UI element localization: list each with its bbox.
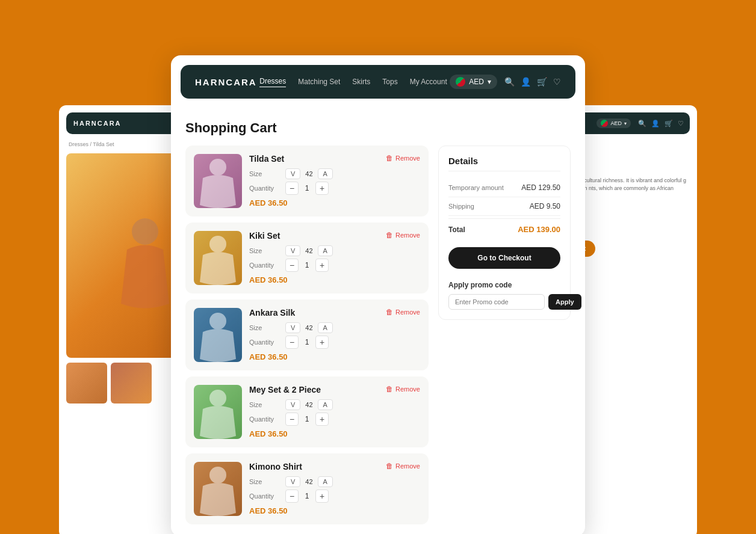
item-details-5: Kimono Shirt 🗑 Remove Size V 42 A Quanti… (249, 462, 420, 515)
size-a-btn-5[interactable]: A (318, 476, 333, 487)
item-name-5: Kimono Shirt (249, 462, 302, 471)
qty-control-5: − 1 + (285, 489, 329, 503)
item-price-4: AED 36.50 (249, 429, 420, 438)
remove-button-2[interactable]: 🗑 Remove (386, 231, 420, 239)
total-row: Total AED 139.00 (448, 218, 560, 240)
qty-decrement-5[interactable]: − (285, 489, 299, 503)
navbar-right: AED ▾ 🔍 👤 🛒 ♡ (450, 75, 561, 89)
svg-point-2 (209, 236, 226, 253)
trash-icon-4: 🗑 (386, 385, 393, 393)
navbar-logo: HARNCARA (195, 77, 257, 87)
nav-item-my-account[interactable]: My Account (410, 78, 447, 86)
quantity-label-1: Quantity (249, 185, 280, 192)
remove-label-4: Remove (395, 385, 420, 393)
item-image-4 (194, 385, 242, 439)
remove-label-2: Remove (395, 232, 420, 239)
remove-button-5[interactable]: 🗑 Remove (386, 462, 420, 470)
item-details-3: Ankara Silk 🗑 Remove Size V 42 A Quantit… (249, 308, 420, 361)
item-meta-2: Size V 42 A Quantity − 1 + (249, 245, 420, 272)
qty-increment-4[interactable]: + (315, 413, 329, 426)
user-icon[interactable]: 👤 (521, 77, 531, 87)
item-name-3: Ankara Silk (249, 308, 295, 318)
size-a-btn-2[interactable]: A (318, 245, 333, 256)
temp-amount-value: AED 129.50 (521, 183, 560, 192)
size-label-5: Size (249, 478, 280, 485)
qty-value-5: 1 (301, 492, 313, 500)
quantity-label-4: Quantity (249, 416, 280, 423)
details-card: Details Temporary amount AED 129.50 Ship… (438, 146, 571, 320)
nav-item-matching-set[interactable]: Matching Set (298, 78, 340, 86)
item-meta-1: Size V 42 A Quantity − 1 + (249, 168, 420, 195)
promo-section: Apply promo code Apply (448, 281, 560, 310)
promo-input[interactable] (448, 294, 545, 310)
nav-item-skirts[interactable]: Skirts (352, 78, 370, 86)
bg-left-logo: HARNCARA (73, 120, 122, 127)
cart-item: Kimono Shirt 🗑 Remove Size V 42 A Quanti… (185, 453, 429, 524)
remove-label-5: Remove (395, 462, 420, 470)
bg-right-currency: AED ▾ (596, 118, 631, 128)
remove-button-1[interactable]: 🗑 Remove (386, 154, 420, 162)
main-card: HARNCARA Dresses Matching Set Skirts Top… (171, 55, 585, 534)
size-a-btn-4[interactable]: A (318, 399, 333, 410)
item-image-5 (194, 462, 242, 516)
cart-items-list: Tilda Set 🗑 Remove Size V 42 A Quantity … (185, 146, 429, 524)
currency-chevron-icon: ▾ (488, 78, 491, 86)
qty-increment-3[interactable]: + (315, 336, 329, 349)
qty-increment-5[interactable]: + (315, 489, 329, 503)
size-value-3: 42 (305, 324, 312, 331)
size-value-2: 42 (305, 247, 312, 254)
qty-decrement-4[interactable]: − (285, 413, 299, 426)
nav-item-dresses[interactable]: Dresses (259, 77, 286, 87)
size-v-btn-2[interactable]: V (285, 245, 300, 256)
size-v-btn-3[interactable]: V (285, 322, 300, 333)
remove-button-3[interactable]: 🗑 Remove (386, 308, 420, 316)
item-header-4: Mey Set & 2 Piece 🗑 Remove (249, 385, 420, 394)
size-label-4: Size (249, 401, 280, 408)
remove-button-4[interactable]: 🗑 Remove (386, 385, 420, 393)
item-name-2: Kiki Set (249, 231, 280, 241)
promo-apply-button[interactable]: Apply (548, 294, 581, 310)
qty-increment-1[interactable]: + (315, 182, 329, 195)
flag-icon (456, 77, 465, 87)
size-v-btn-5[interactable]: V (285, 476, 300, 487)
item-details-1: Tilda Set 🗑 Remove Size V 42 A Quantity … (249, 154, 420, 207)
svg-point-1 (209, 159, 226, 176)
promo-row: Apply (448, 294, 560, 310)
details-title: Details (448, 156, 560, 171)
cart-layout: Tilda Set 🗑 Remove Size V 42 A Quantity … (185, 146, 571, 524)
cart-item: Kiki Set 🗑 Remove Size V 42 A Quantity − (185, 222, 429, 293)
currency-label: AED (469, 78, 484, 86)
item-name-4: Mey Set & 2 Piece (249, 385, 321, 394)
size-a-btn-3[interactable]: A (318, 322, 333, 333)
quantity-row-3: Quantity − 1 + (249, 336, 420, 349)
details-panel: Details Temporary amount AED 129.50 Ship… (438, 146, 571, 524)
size-a-btn-1[interactable]: A (318, 168, 333, 179)
qty-value-1: 1 (301, 184, 313, 192)
qty-decrement-1[interactable]: − (285, 182, 299, 195)
svg-point-4 (209, 390, 226, 407)
remove-label-1: Remove (395, 155, 420, 162)
quantity-row-5: Quantity − 1 + (249, 489, 420, 503)
qty-increment-2[interactable]: + (315, 259, 329, 272)
checkout-button[interactable]: Go to Checkout (448, 247, 560, 269)
quantity-row-1: Quantity − 1 + (249, 182, 420, 195)
shipping-value: AED 9.50 (530, 202, 560, 210)
cart-icon[interactable]: 🛒 (537, 77, 547, 87)
size-v-btn-1[interactable]: V (285, 168, 300, 179)
nav-item-tops[interactable]: Tops (382, 78, 397, 86)
qty-decrement-3[interactable]: − (285, 336, 299, 349)
wishlist-icon[interactable]: ♡ (553, 77, 561, 87)
qty-control-2: − 1 + (285, 259, 329, 272)
currency-badge[interactable]: AED ▾ (450, 75, 497, 89)
size-label-2: Size (249, 247, 280, 254)
search-icon[interactable]: 🔍 (504, 77, 515, 87)
size-row-2: Size V 42 A (249, 245, 420, 256)
bg-right-user-icon: 👤 (651, 120, 660, 127)
content: Shopping Cart Tilda Set 🗑 Remove Size (171, 108, 585, 534)
size-v-btn-4[interactable]: V (285, 399, 300, 410)
item-price-1: AED 36.50 (249, 198, 420, 207)
qty-decrement-2[interactable]: − (285, 259, 299, 272)
trash-icon-3: 🗑 (386, 308, 393, 316)
item-meta-4: Size V 42 A Quantity − 1 + (249, 399, 420, 426)
item-details-2: Kiki Set 🗑 Remove Size V 42 A Quantity − (249, 231, 420, 284)
